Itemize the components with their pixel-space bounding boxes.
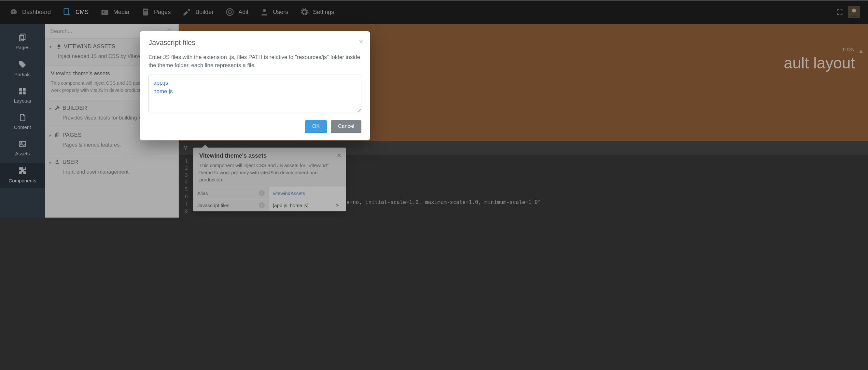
modal-description: Enter JS files with the extension .js, f… <box>140 54 370 69</box>
modal-backdrop[interactable] <box>0 0 868 218</box>
cancel-button[interactable]: Cancel <box>331 120 362 132</box>
jsfiles-textarea[interactable] <box>149 74 362 112</box>
modal-javascript-files: × Javascript files Enter JS files with t… <box>140 31 370 141</box>
ok-button[interactable]: OK <box>305 120 327 132</box>
modal-title: Javascript files <box>149 38 362 47</box>
close-icon[interactable]: × <box>359 37 363 46</box>
